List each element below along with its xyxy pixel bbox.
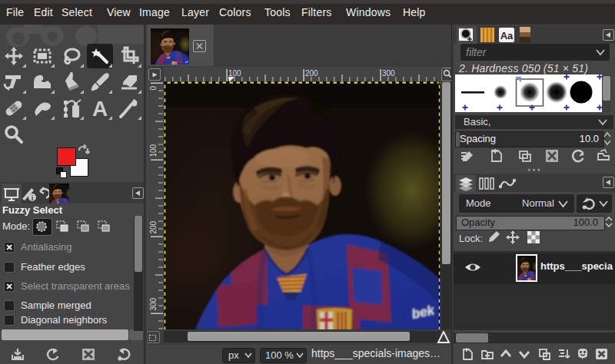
- svg-text:200: 200: [305, 69, 318, 78]
- svg-text:300: 300: [149, 297, 158, 310]
- svg-text:i: i: [32, 194, 34, 202]
- svg-text:100: 100: [149, 144, 158, 157]
- svg-text:0: 0: [149, 86, 158, 91]
- svg-text:A: A: [92, 98, 108, 119]
- svg-text:200: 200: [149, 220, 158, 233]
- svg-text:Aa: Aa: [500, 30, 514, 41]
- svg-text:300: 300: [382, 69, 395, 78]
- svg-text:100: 100: [228, 69, 241, 78]
